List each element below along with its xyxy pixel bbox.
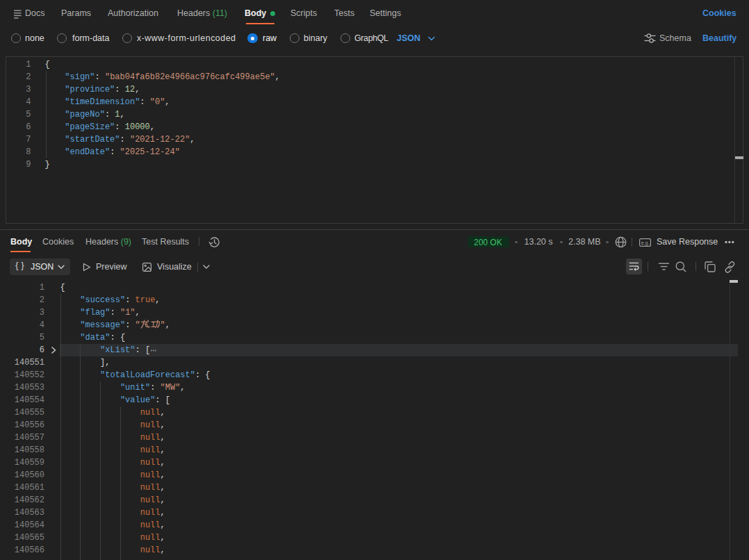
svg-text:e.g.: e.g. [641, 240, 650, 246]
